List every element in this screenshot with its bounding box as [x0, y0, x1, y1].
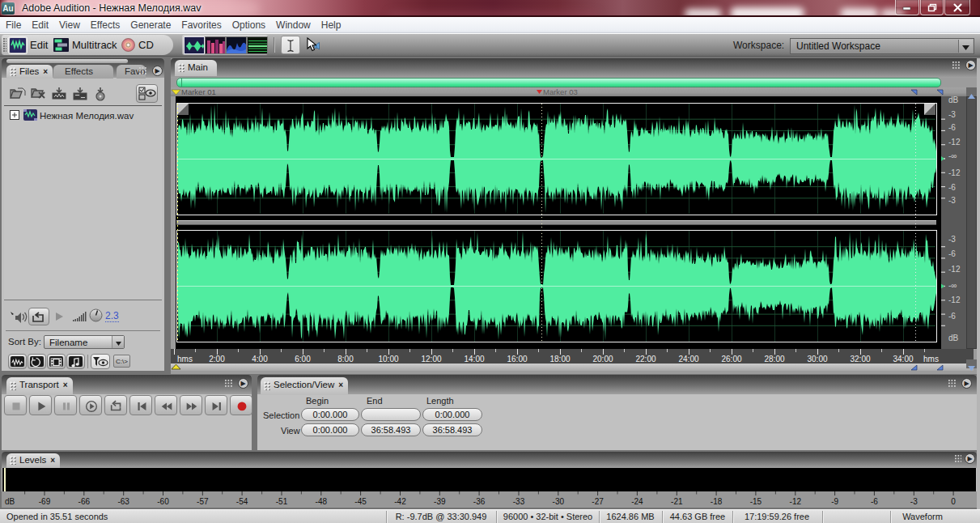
svg-text:-66: -66: [78, 497, 91, 506]
svg-text:-63: -63: [117, 497, 129, 506]
svg-text:14:00: 14:00: [464, 355, 484, 364]
svg-text:6:00: 6:00: [295, 355, 311, 364]
svg-text:-9: -9: [831, 497, 838, 506]
svg-text:-39: -39: [434, 497, 446, 506]
svg-text:-24: -24: [631, 497, 643, 506]
svg-text:-27: -27: [592, 497, 604, 506]
svg-text:-18: -18: [711, 497, 723, 506]
svg-text:dB: dB: [948, 96, 959, 104]
svg-text:4:00: 4:00: [252, 355, 268, 364]
svg-text:-48: -48: [316, 497, 328, 506]
svg-text:-12: -12: [948, 168, 961, 177]
svg-text:-45: -45: [354, 497, 367, 506]
svg-text:28:00: 28:00: [764, 355, 784, 364]
svg-text:-57: -57: [197, 497, 209, 506]
svg-text:-12: -12: [948, 138, 961, 147]
svg-text:16:00: 16:00: [507, 355, 527, 364]
svg-text:-6: -6: [948, 312, 956, 321]
svg-text:-12: -12: [790, 497, 802, 506]
svg-text:-∞: -∞: [948, 151, 957, 160]
svg-text:-12: -12: [948, 265, 961, 274]
svg-text:-6: -6: [871, 497, 878, 506]
svg-text:-60: -60: [157, 497, 169, 506]
svg-text:32:00: 32:00: [850, 355, 870, 364]
svg-text:2:00: 2:00: [209, 355, 225, 364]
svg-text:-6: -6: [948, 249, 956, 258]
svg-text:dB: dB: [948, 334, 959, 342]
svg-text:12:00: 12:00: [421, 355, 441, 364]
svg-text:-3: -3: [948, 110, 956, 119]
svg-text:-21: -21: [671, 497, 683, 506]
svg-text:22:00: 22:00: [635, 355, 655, 364]
svg-text:-6: -6: [948, 183, 956, 192]
svg-text:-54: -54: [236, 497, 248, 506]
svg-text:Marker 01: Marker 01: [181, 87, 216, 96]
svg-text:-6: -6: [948, 123, 956, 132]
svg-text:dB: dB: [5, 497, 15, 506]
svg-text:-51: -51: [276, 497, 288, 506]
svg-text:hms: hms: [923, 355, 939, 364]
svg-text:-30: -30: [553, 497, 565, 506]
svg-text:-33: -33: [513, 497, 525, 506]
svg-text:hms: hms: [177, 355, 193, 364]
svg-text:-3: -3: [910, 497, 918, 506]
svg-text:-15: -15: [750, 497, 762, 506]
svg-text:30:00: 30:00: [807, 355, 827, 364]
svg-text:20:00: 20:00: [592, 355, 613, 364]
svg-text:34:00: 34:00: [893, 355, 913, 364]
svg-text:8:00: 8:00: [337, 355, 354, 364]
svg-text:0: 0: [951, 497, 956, 506]
svg-text:-69: -69: [39, 497, 51, 506]
svg-text:-42: -42: [394, 497, 406, 506]
svg-text:-12: -12: [948, 296, 961, 304]
svg-text:-3: -3: [948, 235, 956, 244]
svg-text:26:00: 26:00: [721, 355, 741, 364]
svg-text:-36: -36: [473, 497, 486, 506]
svg-text:-∞: -∞: [948, 281, 957, 290]
svg-text:Marker 03: Marker 03: [543, 87, 578, 96]
svg-text:10:00: 10:00: [378, 355, 398, 364]
svg-text:24:00: 24:00: [678, 355, 698, 364]
svg-text:18:00: 18:00: [549, 355, 570, 364]
svg-text:-3: -3: [948, 196, 956, 205]
